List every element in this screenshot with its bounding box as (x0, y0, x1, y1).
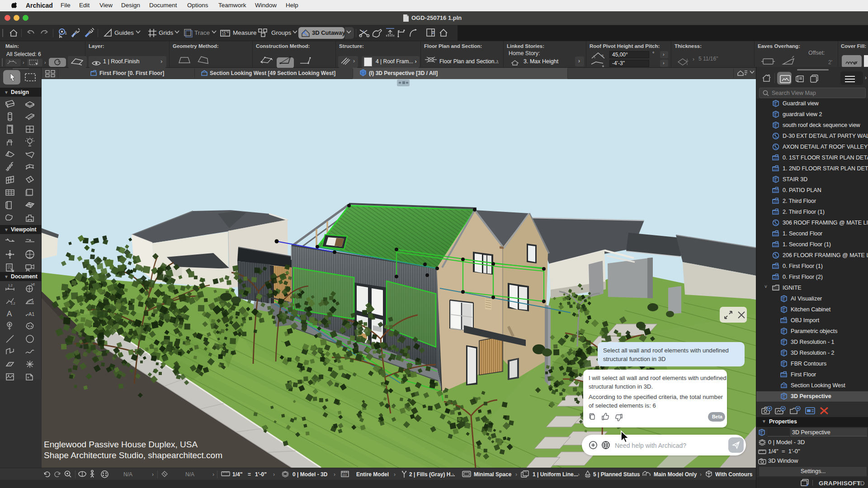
svg-text:α: α (601, 53, 604, 57)
svg-text:12: 12 (222, 32, 226, 36)
svg-text:1.2: 1.2 (8, 284, 13, 287)
svg-text:1.2: 1.2 (31, 283, 35, 286)
svg-text:α: α (32, 300, 34, 304)
svg-text:222: 222 (342, 474, 347, 476)
svg-text:A: A (7, 310, 12, 318)
svg-text:1: 1 (65, 31, 67, 35)
svg-text:A1: A1 (28, 311, 34, 317)
svg-text:1.2: 1.2 (11, 302, 15, 305)
